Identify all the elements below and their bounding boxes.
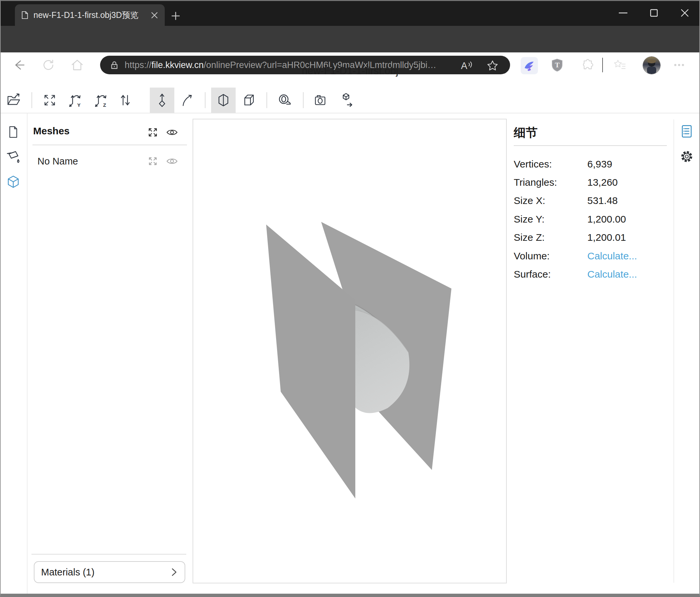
tab-favicon-document-icon [20, 10, 29, 20]
materials-paint-icon[interactable] [6, 149, 21, 164]
meshes-panel-header: Meshes [27, 123, 193, 141]
svg-text:Z: Z [103, 102, 106, 108]
new-tab-button[interactable] [168, 9, 183, 23]
viewer-toolbar: Y Z [0, 88, 700, 114]
rotate-y-button[interactable]: Y [66, 92, 85, 108]
calculate-volume-link[interactable]: Calculate... [587, 250, 667, 262]
file-info-icon[interactable] [6, 125, 21, 139]
visibility-eye-icon[interactable] [166, 155, 178, 167]
translate-button[interactable] [153, 92, 171, 108]
browser-navbar: https://file.kkview.cn/onlinePreview?url… [0, 26, 700, 52]
details-panel-title: 细节 [514, 125, 538, 141]
export-model-button[interactable] [337, 92, 355, 108]
flip-vertical-button[interactable] [116, 92, 134, 108]
details-panel: Vertices: 6,939 Triangles: 13,260 Size X… [514, 155, 667, 284]
details-row-triangles: Triangles: 13,260 [514, 173, 667, 191]
details-row-size-z: Size Z: 1,200.01 [514, 229, 667, 247]
materials-button-label: Materials (1) [41, 567, 170, 578]
calculate-surface-link[interactable]: Calculate... [587, 269, 667, 280]
meshes-cube-icon[interactable] [6, 175, 21, 189]
details-divider [514, 145, 667, 146]
fit-view-button[interactable] [41, 92, 59, 108]
toolbar-separator [31, 92, 32, 108]
expand-all-icon[interactable] [147, 126, 159, 138]
details-row-surface: Surface: Calculate... [514, 265, 667, 283]
details-row-vertices: Vertices: 6,939 [514, 155, 667, 173]
maximize-icon[interactable] [639, 0, 669, 26]
browser-titlebar: new-F1-D1-1-first.obj3D预览 [0, 0, 700, 26]
materials-button[interactable]: Materials (1) [34, 561, 185, 583]
rotate-z-button[interactable]: Z [92, 92, 111, 108]
expand-mesh-icon[interactable] [147, 155, 159, 167]
right-rail-divider [674, 119, 674, 583]
close-icon[interactable] [669, 0, 700, 26]
svg-text:Y: Y [77, 102, 80, 108]
orthographic-view-button[interactable] [239, 92, 258, 108]
curve-path-button[interactable] [178, 92, 197, 108]
visibility-eye-icon[interactable] [166, 126, 178, 138]
mesh-item-name: No Name [38, 156, 78, 167]
details-row-volume: Volume: Calculate... [514, 247, 667, 265]
browser-tab[interactable]: new-F1-D1-1-first.obj3D预览 [15, 4, 165, 26]
toolbar-separator [303, 92, 304, 108]
details-row-size-x: Size X: 531.48 [514, 192, 667, 210]
meshes-panel-title: Meshes [33, 125, 70, 137]
settings-gear-icon[interactable] [679, 149, 694, 164]
details-list-icon[interactable] [679, 124, 694, 139]
minimize-icon[interactable] [607, 0, 639, 26]
open-model-button[interactable] [5, 92, 23, 108]
page-title: new-F1-D1-1-first.obj [0, 65, 700, 77]
tab-title: new-F1-D1-1-first.obj3D预览 [33, 9, 151, 21]
details-row-size-y: Size Y: 1,200.00 [514, 210, 667, 228]
tab-close-icon[interactable] [151, 11, 158, 19]
meshes-panel-divider [32, 145, 187, 145]
toolbar-separator [205, 92, 205, 108]
screenshot-camera-button[interactable] [311, 92, 329, 108]
toolbar-separator [267, 92, 267, 108]
model-viewport[interactable] [193, 119, 507, 583]
mesh-list-item[interactable]: No Name [27, 153, 193, 170]
measure-button[interactable] [275, 92, 294, 108]
window-controls [607, 0, 700, 26]
perspective-view-button[interactable] [214, 92, 233, 108]
chevron-right-icon [170, 567, 178, 577]
left-rail-divider [27, 114, 27, 594]
materials-divider [31, 554, 186, 554]
